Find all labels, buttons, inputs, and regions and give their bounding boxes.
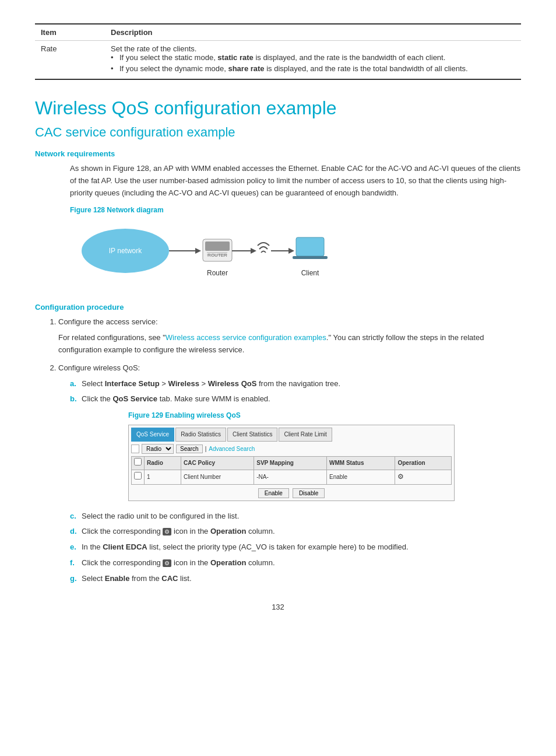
- laptop-base: [293, 256, 328, 259]
- step2g-bold1: Enable: [105, 574, 130, 583]
- tab-qos-service[interactable]: QoS Service: [131, 428, 174, 442]
- ip-network-label: IP network: [109, 247, 142, 255]
- step2a-bold1: Interface Setup: [105, 379, 160, 388]
- router-text: Router: [207, 269, 228, 277]
- sub-title: CAC service configuration example: [35, 125, 521, 140]
- figure128-caption: Figure 128 Network diagram: [70, 206, 521, 214]
- arrowhead2: [251, 248, 256, 254]
- operation-icon-f: ⚙: [163, 559, 171, 567]
- th-operation: Operation: [395, 457, 452, 470]
- qos-table-container: QoS Service Radio Statistics Client Stat…: [128, 425, 455, 501]
- step2e: e. In the Client EDCA list, select the p…: [70, 541, 521, 554]
- main-title: Wireless QoS configuration example: [35, 97, 521, 119]
- step1-link[interactable]: Wireless access service configuration ex…: [166, 333, 326, 342]
- radio-select[interactable]: Radio: [142, 444, 174, 454]
- client-text: Client: [301, 269, 319, 277]
- wifi-wave1: [258, 243, 269, 246]
- step2f: f. Click the corresponding ⚙ icon in the…: [70, 557, 521, 569]
- qos-btn-row: Enable Disable: [131, 488, 452, 498]
- wifi-wave3: [261, 251, 266, 253]
- row-checkbox: [132, 470, 145, 484]
- router-screen: [205, 242, 230, 251]
- bullet2: If you select the dynamic mode, share ra…: [111, 64, 515, 73]
- label-d: d.: [70, 526, 77, 538]
- enable-button[interactable]: Enable: [258, 488, 289, 498]
- step2g: g. Select Enable from the CAC list.: [70, 573, 521, 585]
- step2a-bold2: Wireless: [168, 379, 199, 388]
- row-svp-mapping: -NA-: [254, 470, 327, 484]
- row1-checkbox[interactable]: [134, 472, 142, 480]
- th-svp-mapping: SVP Mapping: [254, 457, 327, 470]
- arrowhead3: [288, 248, 294, 254]
- select-all-checkbox[interactable]: [134, 458, 142, 466]
- tab-radio-statistics[interactable]: Radio Statistics: [175, 428, 226, 442]
- operation-icon: ⚙: [397, 473, 404, 481]
- table-row: Rate Set the rate of the clients. If you…: [35, 41, 521, 80]
- rate-table: Item Description Rate Set the rate of th…: [35, 23, 521, 80]
- item-cell: Rate: [35, 41, 105, 80]
- step2a: a. Select Interface Setup > Wireless > W…: [70, 378, 521, 390]
- th-radio: Radio: [145, 457, 181, 470]
- row-operation: ⚙: [395, 470, 452, 484]
- network-diagram: IP network ROUTER Router Client: [70, 219, 521, 289]
- row-radio: 1: [145, 470, 181, 484]
- step1-text: Configure the access service:: [58, 317, 158, 326]
- step2-text: Configure wireless QoS:: [58, 363, 140, 372]
- label-b: b.: [70, 393, 77, 405]
- qos-search-row: Radio Search | Advanced Search: [131, 444, 452, 454]
- wifi-wave2: [259, 247, 268, 249]
- operation-icon-d: ⚙: [163, 528, 171, 536]
- col-item: Item: [35, 24, 105, 41]
- search-button[interactable]: Search: [176, 444, 203, 453]
- figure129-wrapper: Figure 129 Enabling wireless QoS QoS Ser…: [128, 410, 521, 501]
- section1-body: As shown in Figure 128, an AP with WMM e…: [70, 163, 521, 199]
- step2c-text: Select the radio unit to be configured i…: [82, 512, 239, 520]
- diagram-svg: IP network ROUTER Router Client: [70, 219, 350, 289]
- tab-client-rate-limit[interactable]: Client Rate Limit: [279, 428, 332, 442]
- bullet1: If you select the static mode, static ra…: [111, 53, 515, 62]
- page-number: 132: [35, 603, 521, 611]
- step2f-post: icon in the: [171, 558, 210, 567]
- qos-tabs: QoS Service Radio Statistics Client Stat…: [131, 428, 452, 442]
- step2b: b. Click the QoS Service tab. Make sure …: [70, 393, 521, 501]
- label-g: g.: [70, 573, 77, 585]
- step1: Configure the access service: For relate…: [58, 316, 521, 356]
- tab-client-statistics[interactable]: Client Statistics: [227, 428, 277, 442]
- advanced-search-link[interactable]: Advanced Search: [209, 444, 255, 454]
- row-wmm-status: Enable: [327, 470, 395, 484]
- label-e: e.: [70, 541, 76, 554]
- step2d-end: column.: [246, 527, 275, 536]
- step2d-post: icon in the: [171, 527, 210, 536]
- desc-intro: Set the rate of the clients.: [111, 44, 196, 53]
- step2: Configure wireless QoS: a. Select Interf…: [58, 362, 521, 585]
- th-cac-policy: CAC Policy: [181, 457, 254, 470]
- arrowhead1: [195, 248, 201, 254]
- step2f-bold: Operation: [210, 558, 246, 567]
- step2b-bold: QoS Service: [112, 394, 157, 403]
- step2f-end: column.: [246, 558, 275, 567]
- step2g-bold2: CAC: [161, 574, 178, 583]
- step2e-bold1: Client EDCA: [103, 542, 147, 551]
- disable-button[interactable]: Disable: [293, 488, 325, 498]
- rate-bullets: If you select the static mode, static ra…: [111, 53, 515, 73]
- label-f: f.: [70, 557, 75, 569]
- step2d-bold: Operation: [210, 527, 246, 536]
- label-c: c.: [70, 510, 76, 523]
- separator: |: [205, 444, 207, 454]
- step2-substeps: a. Select Interface Setup > Wireless > W…: [70, 378, 521, 585]
- network-requirements-heading: Network requirements: [35, 149, 521, 158]
- th-wmm-status: WMM Status: [327, 457, 395, 470]
- table-row: 1 Client Number -NA- Enable ⚙: [132, 470, 452, 484]
- qos-inner-table: Radio CAC Policy SVP Mapping WMM Status …: [131, 456, 452, 484]
- step1-body: For related configurations, see "Wireles…: [58, 332, 521, 356]
- label-a: a.: [70, 378, 76, 390]
- th-checkbox: [132, 457, 145, 470]
- laptop-screen: [296, 237, 324, 256]
- row-cac-policy: Client Number: [181, 470, 254, 484]
- search-input-small[interactable]: [131, 444, 139, 453]
- desc-cell: Set the rate of the clients. If you sele…: [105, 41, 521, 80]
- step2a-bold3: Wireless QoS: [208, 379, 257, 388]
- step2c: c. Select the radio unit to be configure…: [70, 510, 521, 523]
- col-desc: Description: [105, 24, 521, 41]
- step2d: d. Click the corresponding ⚙ icon in the…: [70, 526, 521, 538]
